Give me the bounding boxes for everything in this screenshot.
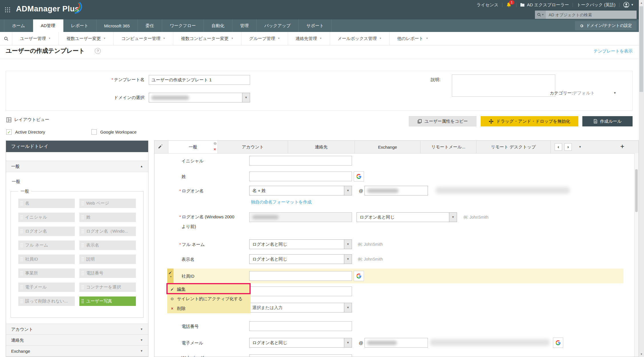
search-input[interactable] (546, 11, 637, 19)
editor-tab-remote-mail[interactable]: リモートメール... (420, 141, 476, 153)
description-textarea[interactable] (452, 74, 555, 97)
email-domain-input[interactable] (365, 338, 428, 348)
nav-tab-home[interactable]: ホーム (4, 19, 33, 32)
initial-input[interactable] (249, 156, 352, 166)
upn-suffix-select[interactable] (365, 186, 428, 195)
subnav-bulk-computer-modification[interactable]: 複数コンピューター変更▼ (173, 32, 242, 45)
notifications-bell[interactable]: 1 (506, 2, 512, 8)
apps-grid-icon[interactable] (5, 7, 11, 13)
field-chip-logon-name[interactable]: ログオン名 (18, 227, 75, 236)
template-name-input[interactable] (149, 75, 250, 85)
view-templates-link[interactable]: テンプレートを表示 (593, 49, 633, 54)
field-chip-employee-id[interactable]: 社員ID (18, 255, 75, 264)
subnav-bulk-user-modification[interactable]: 複数ユーザー変更▼ (59, 32, 114, 45)
field-chip-select-container[interactable]: コンテナーを選択 (79, 283, 136, 292)
web-page-input-partial[interactable] (249, 354, 352, 357)
page-scrollbar[interactable]: ▲ ▼ (639, 0, 644, 357)
accordion-exchange[interactable]: Exchange ▼ (6, 345, 148, 357)
field-chip-description[interactable]: 説明 (79, 255, 136, 264)
google-sync-button[interactable] (354, 271, 364, 281)
google-workspace-checkbox[interactable]: Google Workspace (91, 129, 136, 135)
select-dropdown-button[interactable]: ▼ (344, 240, 352, 249)
ad-explorer-link[interactable]: AD エクスプローラー (520, 2, 569, 8)
editor-tab-general[interactable]: 一般 ⊖ × (168, 141, 218, 153)
employee-id-input[interactable] (249, 271, 352, 281)
tabs-list-caret-icon[interactable]: ▼ (579, 146, 581, 148)
copy-user-attributes-button[interactable]: ユーザー属性をコピー (409, 116, 476, 126)
google-sync-button[interactable] (354, 171, 364, 181)
field-chip-user-photo[interactable]: ユーザー写真 (79, 297, 136, 306)
select-dropdown-button[interactable]: ▼ (242, 93, 250, 102)
accordion-general[interactable]: 一般 ▲ (6, 161, 148, 172)
select-dropdown-button[interactable]: ▼ (344, 186, 352, 195)
field-chip-display-name[interactable]: 表示名 (79, 241, 136, 250)
talkback-link[interactable]: トークバック (英語) (577, 2, 615, 8)
phone-input[interactable] (249, 321, 352, 331)
display-name-format-select[interactable]: ログオン名と同じ ▼ (249, 254, 352, 264)
accordion-contact[interactable]: 連絡先 ▼ (6, 334, 148, 346)
license-link[interactable]: ライセンス (476, 2, 498, 8)
field-chip-protect-deletion[interactable]: 誤って削除されない... (18, 297, 75, 306)
close-tab-icon[interactable]: × (214, 147, 216, 152)
active-directory-checkbox[interactable]: ✓ Active Directory (6, 129, 45, 135)
edit-tabs-pencil-icon[interactable] (158, 144, 163, 150)
subnav-user-management[interactable]: ユーザー管理▼ (12, 32, 59, 45)
nav-tab-workflow[interactable]: ワークフロー (162, 19, 204, 32)
subnav-search-button[interactable] (0, 32, 12, 45)
tabs-scroll-left-button[interactable]: ‹ (555, 143, 562, 151)
nav-tab-ad-management[interactable]: AD管理 (33, 19, 63, 32)
description-field-input[interactable] (249, 287, 352, 296)
custom-naming-format-link[interactable]: 独自の命名フォーマットを作成 (251, 199, 311, 205)
nav-tab-reports[interactable]: レポート (63, 19, 96, 32)
field-chip-initial[interactable]: イニシャル (18, 213, 75, 222)
context-menu-silent-activate[interactable]: ⊖ サイレント的にアクティブ化する (167, 294, 251, 304)
subnav-mailbox-management[interactable]: メールボックス管理▼ (330, 32, 390, 45)
domain-tenant-settings-button[interactable]: ドメイン/テナントの設定 (575, 21, 637, 30)
editor-tab-account[interactable]: アカウント (218, 141, 288, 153)
subnav-other-reports[interactable]: 他のレポート▼ (390, 32, 436, 45)
field-chip-logon-name-win[interactable]: ログオン名（Windo... (79, 227, 136, 236)
select-dropdown-button[interactable]: ▼ (344, 338, 352, 347)
tabs-scroll-right-button[interactable]: › (564, 143, 572, 151)
select-dropdown-button[interactable]: ▼ (344, 303, 352, 312)
field-chip-surname[interactable]: 姓 (79, 213, 136, 222)
field-chip-email[interactable]: 電子メール (18, 283, 75, 292)
add-tab-button[interactable]: + (620, 142, 624, 150)
editor-tab-remote-desktop[interactable]: リモート デスクトップ (476, 141, 551, 153)
domain-select[interactable]: ▼ (149, 93, 250, 102)
field-chip-phone[interactable]: 電話番号 (79, 269, 136, 278)
logon-name-format-select[interactable]: 名 + 姓 ▼ (249, 186, 352, 195)
nav-tab-automation[interactable]: 自動化 (204, 19, 232, 32)
editor-scrollbar[interactable] (634, 153, 639, 357)
nav-tab-backup[interactable]: バックアップ (257, 19, 299, 32)
context-menu-edit[interactable]: 編集 (167, 284, 251, 294)
field-chip-first-name[interactable]: 名 (18, 199, 75, 208)
subnav-contact-management[interactable]: 連絡先管理▼ (288, 32, 330, 45)
help-icon[interactable]: ? (95, 48, 101, 54)
editor-tab-contact[interactable]: 連絡先 (288, 141, 355, 153)
accordion-account[interactable]: アカウント ▼ (6, 324, 148, 335)
editor-tab-exchange[interactable]: Exchange (355, 141, 420, 153)
context-menu-delete[interactable]: × 削除 (167, 304, 251, 313)
search-scope-button[interactable]: ▼ (535, 11, 546, 19)
user-account-menu[interactable]: ▼ (623, 2, 634, 8)
logon2000-format-select[interactable]: ログオン名と同じ ▼ (357, 212, 457, 222)
select-dropdown-button[interactable]: ▼ (344, 255, 352, 264)
full-name-format-select[interactable]: ログオン名と同じ ▼ (249, 239, 352, 249)
office-select[interactable]: 選択または入力 ▼ (249, 303, 352, 312)
collapse-tab-icon[interactable]: ⊖ (214, 141, 217, 146)
scroll-up-icon[interactable]: ▲ (639, 1, 644, 4)
scroll-down-icon[interactable]: ▼ (639, 353, 644, 356)
google-sync-button[interactable] (553, 338, 563, 348)
app-logo[interactable]: ADManager Plus (16, 5, 79, 13)
field-chip-full-name[interactable]: フル ネーム (18, 241, 75, 250)
category-caret-icon[interactable]: ▼ (613, 92, 616, 94)
field-chip-office[interactable]: 事業所 (18, 269, 75, 278)
nav-tab-admin[interactable]: 管理 (232, 19, 257, 32)
category-value[interactable]: デフォルト (573, 90, 595, 95)
surname-input[interactable] (249, 172, 352, 181)
subnav-computer-management[interactable]: コンピューター管理▼ (114, 32, 173, 45)
disable-drag-and-drop-button[interactable]: ドラッグ・アンド・ドロップを無効化 (481, 116, 578, 126)
logon2000-prefix-input[interactable] (249, 212, 352, 222)
nav-tab-microsoft365[interactable]: Microsoft 365 (96, 19, 138, 32)
